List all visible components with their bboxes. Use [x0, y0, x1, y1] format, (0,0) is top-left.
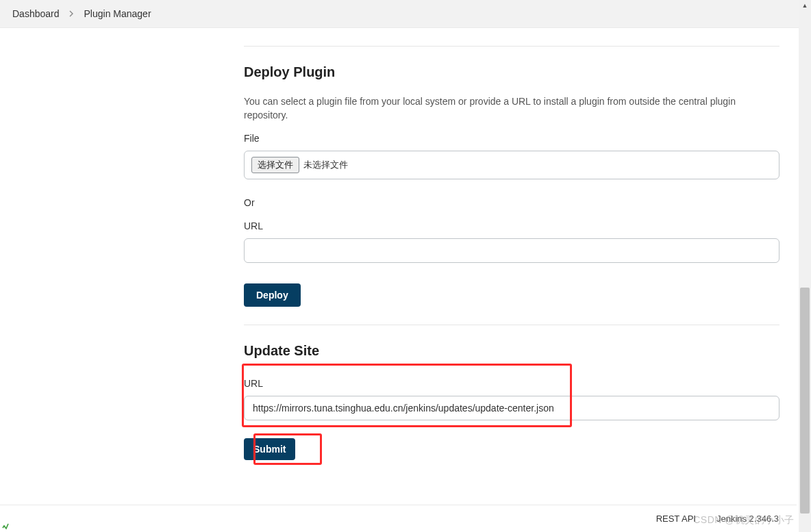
breadcrumb-plugin-manager[interactable]: Plugin Manager: [84, 8, 151, 19]
file-status-text: 未选择文件: [303, 159, 348, 171]
or-label: Or: [244, 197, 779, 208]
chevron-right-icon: [69, 10, 75, 17]
deploy-plugin-title: Deploy Plugin: [244, 64, 779, 80]
submit-button[interactable]: Submit: [244, 438, 295, 460]
file-label: File: [244, 133, 779, 144]
jenkins-version: Jenkins 2.346.3: [716, 514, 779, 524]
file-input-row[interactable]: 选择文件 未选择文件: [244, 151, 779, 179]
scrollbar-thumb[interactable]: [800, 288, 810, 514]
update-site-url-input[interactable]: [244, 396, 779, 420]
update-site-url-label: URL: [244, 378, 779, 389]
main-content: Deploy Plugin You can select a plugin fi…: [244, 28, 779, 460]
rest-api-link[interactable]: REST API: [656, 514, 696, 524]
deploy-url-label: URL: [244, 220, 779, 231]
breadcrumb-dashboard[interactable]: Dashboard: [12, 8, 60, 19]
breadcrumb-bar: Dashboard Plugin Manager: [0, 0, 811, 28]
choose-file-button[interactable]: 选择文件: [251, 157, 299, 173]
deploy-button[interactable]: Deploy: [244, 283, 301, 307]
deploy-url-input[interactable]: [244, 238, 779, 263]
footer: REST API Jenkins 2.346.3: [0, 505, 797, 532]
scroll-up-icon[interactable]: ▲: [799, 0, 811, 11]
scrollbar-track[interactable]: ▲: [799, 0, 811, 532]
status-check-icon: [2, 523, 9, 530]
divider: [244, 325, 779, 325]
update-site-title: Update Site: [244, 343, 779, 359]
divider: [244, 46, 779, 47]
deploy-plugin-description: You can select a plugin file from your l…: [244, 95, 779, 122]
